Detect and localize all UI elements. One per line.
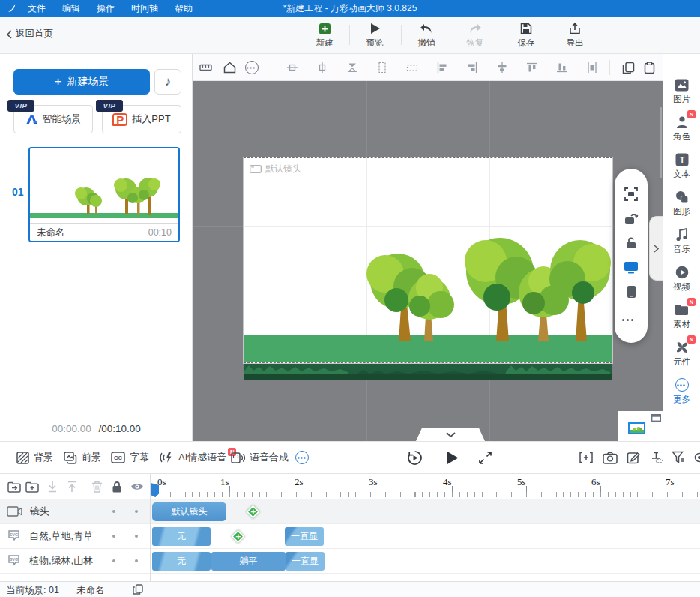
asset-sidebar: 图片 N 角色 T 文本 图形 音乐 视频 — [663, 54, 700, 441]
fit-screen-icon[interactable] — [624, 188, 638, 201]
rotate-icon[interactable] — [624, 213, 639, 225]
menu-operate[interactable]: 操作 — [88, 0, 123, 16]
filter-tool-button[interactable] — [672, 442, 685, 473]
canvas-scrollbar[interactable] — [660, 106, 662, 178]
visibility-icon[interactable] — [130, 480, 144, 494]
copy-icon[interactable] — [621, 61, 635, 74]
export-button[interactable]: 导出 — [558, 20, 592, 49]
preview-button[interactable]: 预览 — [357, 20, 392, 49]
marquee-horizontal-icon[interactable] — [405, 61, 419, 74]
sidebar-item-element[interactable]: N 元件 — [663, 340, 700, 368]
back-home-button[interactable]: 返回首页 — [6, 28, 53, 40]
fullscreen-button[interactable] — [478, 442, 492, 473]
pin-tool-button[interactable] — [649, 442, 663, 473]
menu-file[interactable]: 文件 — [19, 0, 54, 16]
settings-button[interactable] — [693, 442, 700, 473]
new-folder-icon[interactable] — [25, 480, 39, 494]
rename-copy-icon[interactable] — [133, 584, 143, 595]
edit-note-button[interactable] — [627, 442, 640, 473]
foreground-grass-element[interactable] — [244, 364, 612, 380]
track-toggle-dot[interactable] — [112, 560, 115, 562]
portrait-phone-icon[interactable] — [627, 285, 636, 298]
entrance-anim-block[interactable]: 无 — [152, 552, 211, 571]
menu-help[interactable]: 帮助 — [166, 0, 201, 16]
sidebar-item-video[interactable]: 视频 — [663, 265, 700, 292]
sidebar-item-shape[interactable]: 图形 — [663, 190, 700, 218]
background-button[interactable]: 背景 — [16, 442, 53, 473]
track-toggle-dot[interactable] — [135, 560, 138, 562]
menu-edit[interactable]: 编辑 — [54, 0, 88, 16]
align-left-icon[interactable] — [435, 61, 449, 74]
undo-button[interactable]: 撤销 — [409, 20, 444, 49]
track-row-asset-1: SVG 自然,草地,青草 — [0, 524, 700, 549]
tts-button[interactable]: 语音合成 — [231, 442, 289, 473]
move-to-folder-icon[interactable] — [7, 480, 21, 494]
align-right-icon[interactable] — [465, 61, 479, 74]
unlock-icon[interactable] — [625, 236, 637, 249]
menu-timeline[interactable]: 时间轴 — [123, 0, 166, 16]
marquee-vertical-icon[interactable] — [375, 61, 389, 74]
track-toggle-dot[interactable] — [112, 535, 115, 538]
filter-icon — [672, 451, 685, 464]
align-canvas-hcenter-icon[interactable] — [286, 61, 299, 74]
exit-anim-block[interactable]: 一直显 — [286, 552, 325, 571]
ppt-icon: P — [112, 113, 127, 126]
move-down-icon[interactable] — [46, 480, 59, 494]
scene-music-button[interactable]: ♪ — [154, 69, 181, 94]
redo-button[interactable]: 恢复 — [458, 20, 492, 49]
exit-anim-block[interactable]: 一直显 — [285, 527, 324, 546]
minimap-panel[interactable] — [618, 411, 663, 441]
play-preview-button[interactable] — [445, 442, 459, 473]
new-scene-button[interactable]: + 新建场景 — [13, 69, 150, 94]
chevron-down-icon — [446, 432, 456, 437]
snapshot-button[interactable] — [603, 442, 618, 473]
align-bottom-icon[interactable] — [555, 61, 569, 74]
app-logo-icon[interactable] — [6, 3, 16, 14]
sidebar-item-character[interactable]: N 角色 — [663, 115, 700, 142]
distribute-vcenter-icon[interactable] — [495, 61, 509, 74]
align-canvas-vcenter-icon[interactable] — [316, 61, 329, 74]
sidebar-item-image[interactable]: 图片 — [663, 77, 700, 105]
replay-button[interactable] — [407, 442, 423, 473]
track-toggle-dot[interactable] — [112, 510, 115, 513]
scene-name: 未命名 — [37, 226, 65, 239]
sidebar-item-music[interactable]: 音乐 — [663, 227, 700, 255]
more-tools-icon[interactable] — [245, 61, 259, 74]
stage[interactable]: 默认镜头 — [244, 158, 612, 363]
distribute-hcenter-icon[interactable] — [585, 61, 599, 74]
camera-block[interactable]: 默认镜头 — [152, 502, 226, 521]
paste-icon[interactable] — [642, 61, 656, 74]
track-toggle-dot[interactable] — [135, 510, 138, 513]
scene-thumbnail[interactable]: 未命名 00:10 — [28, 147, 180, 242]
panel-expander-tab[interactable] — [649, 216, 663, 280]
track-toggle-dot[interactable] — [135, 535, 138, 538]
work-canvas[interactable]: 默认镜头 — [193, 81, 663, 441]
camera-zone-button[interactable]: V — [579, 442, 594, 473]
ai-voice-button[interactable]: AI情感语音 N — [159, 442, 239, 473]
save-button[interactable]: 保存 — [509, 20, 543, 49]
landscape-monitor-icon[interactable] — [624, 261, 639, 274]
sidebar-item-text[interactable]: T 文本 — [663, 152, 700, 180]
subtitle-button[interactable]: CC 字幕 — [111, 442, 149, 473]
flip-vertical-icon[interactable] — [346, 61, 359, 74]
scene-more-button[interactable] — [295, 442, 309, 473]
move-up-icon[interactable] — [65, 480, 79, 494]
speech-synth-icon — [231, 452, 245, 464]
svg-text:T: T — [679, 155, 684, 164]
foreground-button[interactable]: 前景 — [64, 442, 101, 473]
entrance-anim-block[interactable]: 无 — [152, 527, 211, 546]
lock-icon[interactable] — [110, 480, 124, 494]
sidebar-item-material[interactable]: N 素材 — [663, 302, 700, 330]
minimap-thumbnail[interactable] — [628, 422, 645, 434]
scene-toolbar: 背景 前景 CC 字幕 AI情感语音 N 语音合成 — [0, 441, 700, 474]
sidebar-item-more[interactable]: 更多 — [663, 377, 700, 405]
ruler-icon[interactable] — [199, 61, 212, 74]
collapse-toolbar-tab[interactable] — [416, 428, 485, 441]
home-icon[interactable] — [223, 61, 236, 74]
delete-icon[interactable] — [90, 480, 103, 494]
align-top-icon[interactable] — [525, 61, 539, 74]
new-project-button[interactable]: 新建 — [307, 20, 342, 49]
photo-camera-icon — [603, 452, 618, 464]
play-icon — [445, 450, 459, 466]
emphasis-anim-block[interactable]: 躺平 — [211, 552, 286, 571]
